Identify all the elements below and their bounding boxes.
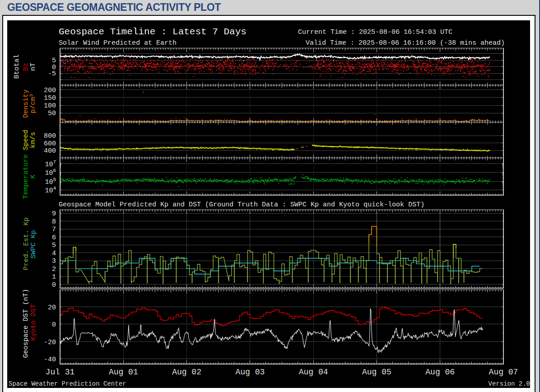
svg-text:SWPC Kp: SWPC Kp (30, 230, 37, 258)
svg-text:400: 400 (44, 147, 56, 155)
svg-text:600: 600 (44, 140, 56, 148)
svg-text:Density: Density (22, 89, 30, 118)
svg-text:2: 2 (52, 266, 56, 273)
svg-text:20: 20 (48, 304, 56, 312)
svg-text:9: 9 (52, 210, 56, 218)
svg-text:3: 3 (52, 257, 56, 265)
svg-text:km/s: km/s (29, 132, 37, 148)
svg-text:Jul 31: Jul 31 (46, 368, 75, 377)
svg-text:Version 2.0: Version 2.0 (489, 380, 530, 387)
svg-text:nT: nT (29, 63, 37, 71)
svg-text:Valid Time : 2025-08-06 16:16:: Valid Time : 2025-08-06 16:16:00 (-38 mi… (306, 39, 505, 47)
svg-text:Kyoto DST: Kyoto DST (30, 304, 37, 341)
svg-text:Aug 02: Aug 02 (172, 368, 201, 377)
svg-text:104: 104 (45, 186, 56, 195)
svg-text:Current Time : 2025-08-06 16:5: Current Time : 2025-08-06 16:54:03 UTC (298, 28, 452, 36)
svg-text:200: 200 (44, 87, 56, 94)
svg-text:7: 7 (52, 226, 56, 233)
svg-text:Solar Wind Predicted at Earth: Solar Wind Predicted at Earth (59, 39, 177, 47)
svg-text:Aug 01: Aug 01 (109, 368, 138, 377)
svg-text:106: 106 (45, 168, 56, 177)
svg-text:Aug 06: Aug 06 (425, 368, 455, 377)
svg-text:Aug 03: Aug 03 (235, 368, 265, 377)
svg-text:Geospace Model Predicted Kp an: Geospace Model Predicted Kp and DST (Gro… (59, 201, 424, 209)
svg-text:Geospace Timeline : Latest 7 D: Geospace Timeline : Latest 7 Days (59, 27, 247, 37)
svg-text:Temperature: Temperature (22, 154, 30, 199)
svg-text:Btotal: Btotal (13, 54, 21, 79)
svg-text:-20: -20 (44, 339, 56, 346)
svg-text:-5: -5 (48, 70, 56, 78)
svg-text:8: 8 (52, 218, 56, 226)
svg-text:Geospace DST (nT): Geospace DST (nT) (22, 289, 30, 358)
svg-text:5: 5 (52, 242, 56, 249)
svg-text:Pred. Est. Kp: Pred. Est. Kp (23, 217, 30, 270)
svg-text:100: 100 (44, 102, 56, 110)
svg-text:150: 150 (44, 94, 56, 102)
svg-text:p/cm3: p/cm3 (28, 94, 37, 113)
svg-text:Aug 04: Aug 04 (299, 368, 328, 377)
svg-text:105: 105 (45, 177, 56, 186)
svg-text:4: 4 (52, 250, 56, 257)
svg-text:1: 1 (52, 273, 56, 281)
svg-text:0: 0 (52, 321, 56, 329)
svg-text:Aug 07: Aug 07 (489, 368, 518, 377)
svg-text:6: 6 (52, 234, 56, 242)
svg-text:K: K (29, 174, 37, 178)
svg-text:Space Weather Prediction Cente: Space Weather Prediction Center (9, 380, 126, 387)
svg-text:-40: -40 (44, 356, 56, 364)
svg-text:50: 50 (48, 110, 56, 117)
svg-text:Speed: Speed (22, 130, 30, 150)
svg-text:800: 800 (44, 132, 56, 140)
svg-text:Aug 05: Aug 05 (362, 368, 391, 377)
svg-text:0: 0 (52, 281, 56, 289)
svg-text:Bz: Bz (22, 63, 30, 71)
svg-text:107: 107 (45, 159, 56, 168)
